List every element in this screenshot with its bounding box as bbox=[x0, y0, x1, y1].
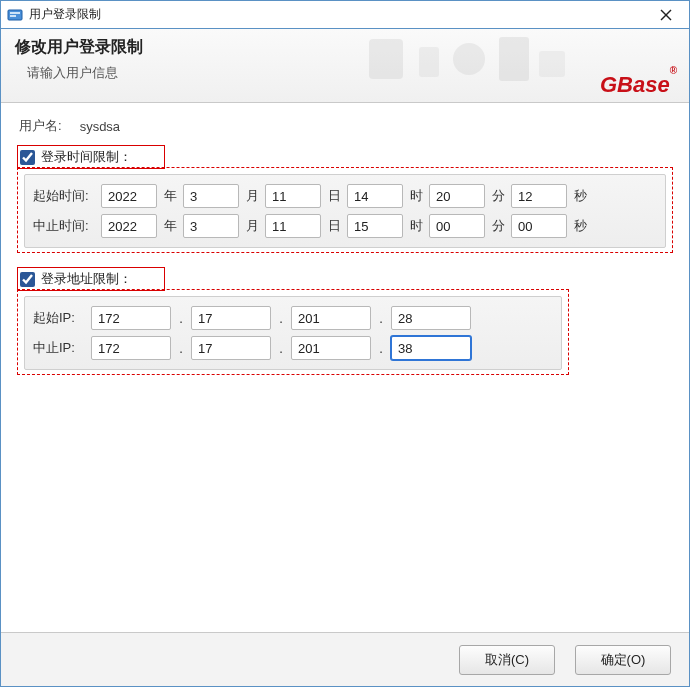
content-area: 用户名: sysdsa 登录时间限制 ： 起始时间: 年 月 日 bbox=[1, 103, 689, 632]
start-ip-label: 起始IP: bbox=[33, 309, 85, 327]
close-button[interactable] bbox=[643, 1, 689, 29]
time-limit-checkbox[interactable] bbox=[20, 150, 35, 165]
app-icon bbox=[7, 7, 23, 23]
dialog-window: 用户登录限制 修改用户登录限制 请输入用户信息 GBase® 用户名: sysd… bbox=[0, 0, 690, 687]
unit-second: 秒 bbox=[573, 217, 587, 235]
time-limit-checkbox-wrap[interactable]: 登录时间限制 ： bbox=[17, 145, 165, 169]
unit-year: 年 bbox=[163, 217, 177, 235]
end-ip-row: 中止IP: . . . bbox=[33, 333, 553, 363]
addr-limit-checkbox[interactable] bbox=[20, 272, 35, 287]
brand-logo: GBase® bbox=[600, 72, 677, 98]
end-ip-b-input[interactable] bbox=[191, 336, 271, 360]
unit-year: 年 bbox=[163, 187, 177, 205]
svg-rect-5 bbox=[369, 39, 403, 79]
end-day-input[interactable] bbox=[265, 214, 321, 238]
start-ip-c-input[interactable] bbox=[291, 306, 371, 330]
time-limit-panel: 起始时间: 年 月 日 时 分 秒 中止时间: 年 bbox=[24, 174, 666, 248]
addr-limit-checkbox-label: 登录地址限制 bbox=[41, 270, 119, 288]
end-minute-input[interactable] bbox=[429, 214, 485, 238]
ip-dot: . bbox=[277, 311, 285, 326]
ip-dot: . bbox=[377, 311, 385, 326]
time-limit-checkbox-label: 登录时间限制 bbox=[41, 148, 119, 166]
close-icon bbox=[660, 9, 672, 21]
svg-rect-8 bbox=[499, 37, 529, 81]
end-month-input[interactable] bbox=[183, 214, 239, 238]
unit-hour: 时 bbox=[409, 187, 423, 205]
ip-dot: . bbox=[377, 341, 385, 356]
unit-day: 日 bbox=[327, 187, 341, 205]
end-ip-a-input[interactable] bbox=[91, 336, 171, 360]
unit-second: 秒 bbox=[573, 187, 587, 205]
ok-button[interactable]: 确定(O) bbox=[575, 645, 671, 675]
cancel-button[interactable]: 取消(C) bbox=[459, 645, 555, 675]
end-year-input[interactable] bbox=[101, 214, 157, 238]
addr-limit-checkbox-wrap[interactable]: 登录地址限制 ： bbox=[17, 267, 165, 291]
start-ip-b-input[interactable] bbox=[191, 306, 271, 330]
start-month-input[interactable] bbox=[183, 184, 239, 208]
start-second-input[interactable] bbox=[511, 184, 567, 208]
time-limit-group: 起始时间: 年 月 日 时 分 秒 中止时间: 年 bbox=[17, 167, 673, 253]
end-hour-input[interactable] bbox=[347, 214, 403, 238]
window-title: 用户登录限制 bbox=[29, 6, 101, 23]
unit-month: 月 bbox=[245, 217, 259, 235]
start-ip-row: 起始IP: . . . bbox=[33, 303, 553, 333]
username-row: 用户名: sysdsa bbox=[17, 117, 673, 135]
svg-rect-6 bbox=[419, 47, 439, 77]
unit-day: 日 bbox=[327, 217, 341, 235]
end-ip-label: 中止IP: bbox=[33, 339, 85, 357]
unit-minute: 分 bbox=[491, 217, 505, 235]
end-time-row: 中止时间: 年 月 日 时 分 秒 bbox=[33, 211, 657, 241]
titlebar: 用户登录限制 bbox=[1, 1, 689, 29]
svg-rect-9 bbox=[539, 51, 565, 77]
username-label: 用户名: bbox=[19, 117, 62, 135]
username-value: sysdsa bbox=[80, 119, 120, 134]
end-second-input[interactable] bbox=[511, 214, 567, 238]
unit-hour: 时 bbox=[409, 217, 423, 235]
decorative-graphic bbox=[359, 29, 579, 89]
svg-point-7 bbox=[453, 43, 485, 75]
start-day-input[interactable] bbox=[265, 184, 321, 208]
start-hour-input[interactable] bbox=[347, 184, 403, 208]
end-ip-d-input[interactable] bbox=[391, 336, 471, 360]
unit-month: 月 bbox=[245, 187, 259, 205]
end-ip-c-input[interactable] bbox=[291, 336, 371, 360]
svg-rect-2 bbox=[10, 15, 16, 17]
ip-dot: . bbox=[277, 341, 285, 356]
unit-minute: 分 bbox=[491, 187, 505, 205]
start-year-input[interactable] bbox=[101, 184, 157, 208]
ip-dot: . bbox=[177, 311, 185, 326]
header-banner: 修改用户登录限制 请输入用户信息 GBase® bbox=[1, 29, 689, 103]
button-bar: 取消(C) 确定(O) bbox=[1, 632, 689, 686]
addr-limit-group: 起始IP: . . . 中止IP: . . . bbox=[17, 289, 569, 375]
start-minute-input[interactable] bbox=[429, 184, 485, 208]
ip-dot: . bbox=[177, 341, 185, 356]
start-time-row: 起始时间: 年 月 日 时 分 秒 bbox=[33, 181, 657, 211]
start-time-label: 起始时间: bbox=[33, 187, 95, 205]
start-ip-d-input[interactable] bbox=[391, 306, 471, 330]
addr-limit-colon: ： bbox=[119, 270, 132, 288]
svg-rect-1 bbox=[10, 12, 20, 14]
time-limit-colon: ： bbox=[119, 148, 132, 166]
start-ip-a-input[interactable] bbox=[91, 306, 171, 330]
addr-limit-panel: 起始IP: . . . 中止IP: . . . bbox=[24, 296, 562, 370]
end-time-label: 中止时间: bbox=[33, 217, 95, 235]
